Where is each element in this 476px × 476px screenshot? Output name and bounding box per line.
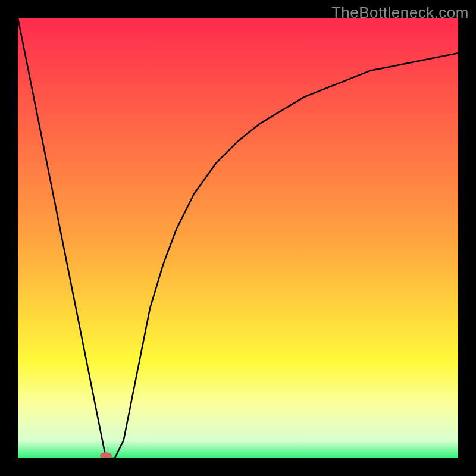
- bottleneck-plot: [18, 18, 458, 458]
- watermark-label: TheBottleneck.com: [331, 4, 469, 22]
- plot-background: [18, 18, 458, 458]
- plot-svg: [18, 18, 458, 458]
- chart-frame: TheBottleneck.com: [0, 0, 476, 476]
